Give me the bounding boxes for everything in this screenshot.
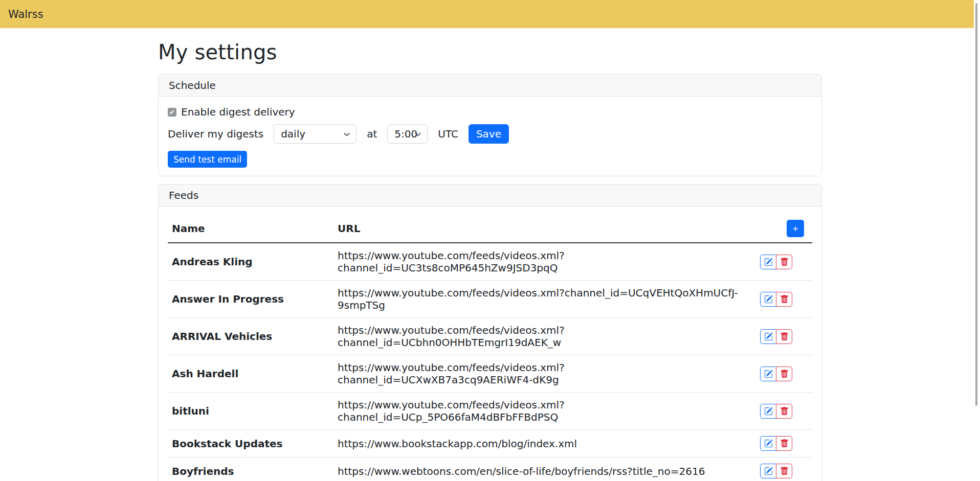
delete-feed-button[interactable] (776, 292, 792, 307)
pencil-square-icon (764, 370, 773, 378)
feed-row: Answer In Progress https://www.youtube.c… (168, 281, 812, 318)
send-test-email-button[interactable]: Send test email (168, 151, 247, 168)
edit-feed-button[interactable] (760, 404, 776, 419)
edit-feed-button[interactable] (760, 255, 776, 269)
delete-feed-button[interactable] (776, 436, 792, 451)
feed-row: bitluni https://www.youtube.com/feeds/vi… (168, 393, 812, 430)
trash-icon (780, 439, 789, 448)
feed-actions (760, 329, 792, 344)
feed-row: ARRIVAL Vehicles https://www.youtube.com… (168, 318, 812, 355)
schedule-card-header: Schedule (159, 75, 821, 97)
timezone-label: UTC (438, 128, 458, 140)
trash-icon (780, 370, 789, 378)
feed-url: https://www.youtube.com/feeds/videos.xml… (333, 355, 756, 393)
feeds-card-body: Name URL + Andreas Kling https://www.you… (159, 207, 821, 481)
delete-feed-button[interactable] (776, 329, 792, 344)
chevron-down-icon (343, 131, 350, 138)
feeds-card: Feeds Name URL + Andreas Kling https://w… (158, 184, 822, 481)
pencil-square-icon (764, 258, 773, 266)
feed-url: https://www.youtube.com/feeds/videos.xml… (333, 318, 756, 355)
navbar: Walrss (0, 0, 974, 28)
feed-name: Bookstack Updates (168, 430, 333, 457)
feed-row: Andreas Kling https://www.youtube.com/fe… (168, 243, 812, 281)
edit-feed-button[interactable] (760, 329, 776, 344)
feeds-card-header: Feeds (159, 185, 821, 207)
brand-link[interactable]: Walrss (8, 8, 43, 20)
feed-actions (760, 404, 792, 419)
feed-name: ARRIVAL Vehicles (168, 318, 333, 355)
frequency-select-value: daily (281, 128, 305, 140)
vertical-scrollbar[interactable] (975, 3, 977, 406)
feed-name: Andreas Kling (168, 243, 333, 281)
schedule-card: Schedule ✔ Enable digest delivery Delive… (158, 74, 822, 176)
feed-actions (760, 436, 792, 451)
delete-feed-button[interactable] (776, 464, 792, 478)
enable-digest-label[interactable]: Enable digest delivery (181, 106, 295, 118)
at-label: at (367, 128, 377, 140)
feed-row: Ash Hardell https://www.youtube.com/feed… (168, 355, 812, 393)
trash-icon (780, 332, 789, 341)
feed-name: Answer In Progress (168, 281, 333, 318)
feeds-table: Name URL + Andreas Kling https://www.you… (168, 215, 812, 481)
trash-icon (780, 467, 789, 475)
feed-actions (760, 464, 792, 478)
pencil-square-icon (764, 439, 773, 448)
edit-feed-button[interactable] (760, 436, 776, 451)
edit-feed-button[interactable] (760, 464, 776, 478)
feed-name: Ash Hardell (168, 355, 333, 393)
deliver-digests-label: Deliver my digests (168, 128, 263, 140)
main-container: My settings Schedule ✔ Enable digest del… (158, 40, 822, 481)
feed-url: https://www.youtube.com/feeds/videos.xml… (333, 393, 756, 430)
trash-icon (780, 295, 789, 304)
frequency-select[interactable]: daily (274, 124, 357, 144)
column-header-actions: + (756, 215, 812, 243)
feed-name: Boyfriends (168, 457, 333, 481)
delete-feed-button[interactable] (776, 404, 792, 419)
trash-icon (780, 407, 789, 416)
enable-digest-checkbox[interactable]: ✔ (168, 108, 176, 117)
feed-actions (760, 292, 792, 307)
delete-feed-button[interactable] (776, 255, 792, 269)
delete-feed-button[interactable] (776, 367, 792, 381)
feeds-table-header-row: Name URL + (168, 215, 812, 243)
feed-url: https://www.webtoons.com/en/slice-of-lif… (333, 457, 756, 481)
pencil-square-icon (764, 332, 773, 341)
edit-feed-button[interactable] (760, 367, 776, 381)
schedule-card-body: ✔ Enable digest delivery Deliver my dige… (159, 97, 821, 176)
feed-url: https://www.bookstackapp.com/blog/index.… (333, 430, 756, 457)
column-header-name: Name (168, 215, 333, 243)
pencil-square-icon (764, 407, 773, 416)
feed-row: Bookstack Updates https://www.bookstacka… (168, 430, 812, 457)
page-title: My settings (158, 40, 822, 64)
pencil-square-icon (764, 467, 773, 475)
feed-name: bitluni (168, 393, 333, 430)
pencil-square-icon (764, 295, 773, 304)
edit-feed-button[interactable] (760, 292, 776, 307)
time-select[interactable]: 5:00 (387, 124, 428, 144)
column-header-url: URL (333, 215, 756, 243)
feed-row: Boyfriends https://www.webtoons.com/en/s… (168, 457, 812, 481)
add-feed-button[interactable]: + (787, 220, 804, 237)
feed-actions (760, 367, 792, 381)
feed-actions (760, 255, 792, 269)
chevron-down-icon (414, 131, 421, 138)
save-button[interactable]: Save (469, 124, 509, 144)
feed-url: https://www.youtube.com/feeds/videos.xml… (333, 281, 756, 318)
feed-url: https://www.youtube.com/feeds/videos.xml… (333, 243, 756, 281)
trash-icon (780, 258, 789, 266)
